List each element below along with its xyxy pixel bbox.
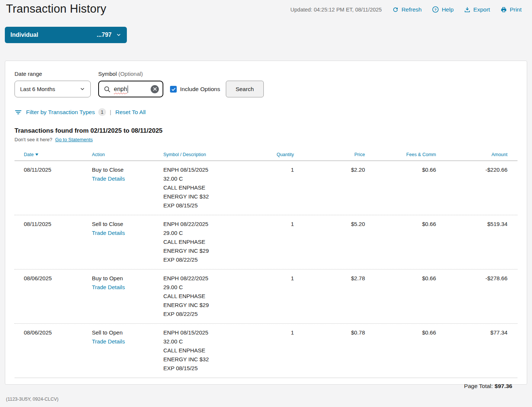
- include-options-label: Include Options: [180, 86, 220, 93]
- cell-amount: -$278.66: [436, 269, 513, 323]
- help-icon: ?: [432, 6, 439, 13]
- checkmark-icon: [171, 87, 176, 92]
- symbol-label: Symbol (Optional): [98, 71, 163, 77]
- cell-amount: -$220.66: [436, 161, 513, 215]
- filters-row: Date range Last 6 Months Symbol (Optiona…: [15, 71, 517, 97]
- results-summary: Transactions found from 02/11/2025 to 08…: [15, 127, 517, 135]
- action-text: Sell to Open: [92, 328, 163, 337]
- page-total-label: Page Total:: [464, 383, 493, 390]
- transactions-table: Date Action Symbol / Description Quantit…: [15, 152, 517, 390]
- cell-action: Sell to Open Trade Details: [92, 324, 163, 378]
- svg-text:?: ?: [435, 7, 437, 12]
- account-selector[interactable]: Individual ...797: [5, 27, 127, 43]
- cell-date: 08/11/2025: [15, 215, 92, 269]
- chevron-down-icon: [116, 32, 121, 38]
- cell-symbol-description: ENPH 08/22/202529.00 CCALL ENPHASEENERGY…: [163, 269, 238, 323]
- cell-date: 08/11/2025: [15, 161, 92, 215]
- symbol-input[interactable]: enph: [98, 81, 163, 97]
- trade-details-link[interactable]: Trade Details: [92, 284, 125, 290]
- symbol-optional-label: (Optional): [118, 71, 143, 77]
- action-text: Buy to Open: [92, 274, 163, 283]
- link-divider: |: [110, 109, 111, 116]
- table-body: 08/11/2025 Buy to Close Trade Details EN…: [15, 161, 517, 378]
- clear-circle-icon: [153, 87, 157, 91]
- go-to-statements-link[interactable]: Go to Statements: [55, 137, 93, 142]
- cell-fees: $0.66: [365, 215, 436, 269]
- account-number: ...797: [97, 32, 112, 38]
- page-total-value: $97.36: [495, 383, 512, 390]
- chevron-down-icon: [80, 86, 85, 92]
- checkbox-checked: [170, 86, 177, 93]
- filter-links-row: Filter by Transaction Types 1 | Reset To…: [15, 108, 517, 116]
- date-range-label: Date range: [15, 71, 91, 77]
- transactions-card: Date range Last 6 Months Symbol (Optiona…: [5, 61, 527, 385]
- cell-symbol-description: ENPH 08/15/202532.00 CCALL ENPHASEENERGY…: [163, 161, 238, 215]
- symbol-input-value: enph: [114, 86, 127, 93]
- cell-price: $2.20: [294, 161, 365, 215]
- column-header-symbol-description: Symbol / Description: [163, 152, 238, 161]
- sort-desc-icon: [35, 154, 38, 156]
- trade-details-link[interactable]: Trade Details: [92, 175, 125, 182]
- cell-fees: $0.66: [365, 161, 436, 215]
- cell-price: $2.78: [294, 269, 365, 323]
- cell-action: Sell to Close Trade Details: [92, 215, 163, 269]
- table-row: 08/06/2025 Sell to Open Trade Details EN…: [15, 324, 517, 378]
- header-actions: Updated: 04:25:12 PM ET, 08/11/2025 Refr…: [291, 6, 522, 13]
- cell-action: Buy to Open Trade Details: [92, 269, 163, 323]
- updated-timestamp: Updated: 04:25:12 PM ET, 08/11/2025: [291, 7, 382, 13]
- cell-amount: $519.34: [436, 215, 513, 269]
- filter-lines-icon: [15, 109, 22, 116]
- cell-price: $5.20: [294, 215, 365, 269]
- reset-to-all-link[interactable]: Reset To All: [115, 109, 146, 116]
- include-options-checkbox[interactable]: Include Options: [170, 86, 220, 93]
- help-button[interactable]: ? Help: [432, 6, 454, 13]
- column-header-price: Price: [294, 152, 365, 161]
- text-caret: [128, 85, 128, 93]
- table-row: 08/11/2025 Sell to Close Trade Details E…: [15, 215, 517, 269]
- cell-fees: $0.66: [365, 324, 436, 378]
- cell-symbol-description: ENPH 08/15/202532.00 CCALL ENPHASEENERGY…: [163, 324, 238, 378]
- export-icon: [464, 6, 471, 13]
- column-header-action: Action: [92, 152, 163, 161]
- date-range-select[interactable]: Last 6 Months: [15, 81, 91, 97]
- cell-quantity: 1: [238, 161, 294, 215]
- action-text: Sell to Close: [92, 220, 163, 229]
- cell-symbol-description: ENPH 08/22/202529.00 CCALL ENPHASEENERGY…: [163, 215, 238, 269]
- account-name: Individual: [10, 32, 38, 38]
- date-range-value: Last 6 Months: [20, 86, 80, 92]
- cell-action: Buy to Close Trade Details: [92, 161, 163, 215]
- column-header-quantity: Quantity: [238, 152, 294, 161]
- page-total-row: Page Total: $97.36: [15, 378, 517, 390]
- filter-count-badge: 1: [98, 108, 106, 116]
- page-title: Transaction History: [6, 2, 106, 16]
- cell-date: 08/06/2025: [15, 269, 92, 323]
- refresh-icon: [392, 6, 399, 13]
- table-header-row: Date Action Symbol / Description Quantit…: [15, 152, 517, 161]
- trade-details-link[interactable]: Trade Details: [92, 230, 125, 236]
- not-found-text: Don't see it here?: [15, 137, 52, 142]
- search-button[interactable]: Search: [226, 81, 264, 97]
- cell-date: 08/06/2025: [15, 324, 92, 378]
- search-icon: [103, 85, 111, 93]
- trade-details-link[interactable]: Trade Details: [92, 338, 125, 345]
- print-button[interactable]: Print: [500, 6, 522, 13]
- date-range-field: Date range Last 6 Months: [15, 71, 91, 97]
- print-icon: [500, 6, 507, 13]
- export-button[interactable]: Export: [464, 6, 490, 13]
- cell-fees: $0.66: [365, 269, 436, 323]
- refresh-button[interactable]: Refresh: [392, 6, 422, 13]
- cell-quantity: 1: [238, 215, 294, 269]
- clear-symbol-button[interactable]: [151, 85, 159, 93]
- filter-by-transaction-types-link[interactable]: Filter by Transaction Types: [26, 109, 95, 116]
- table-row: 08/06/2025 Buy to Open Trade Details ENP…: [15, 269, 517, 324]
- column-header-date[interactable]: Date: [15, 152, 92, 161]
- symbol-field: Symbol (Optional) enph: [98, 71, 163, 97]
- cell-price: $0.78: [294, 324, 365, 378]
- table-row: 08/11/2025 Buy to Close Trade Details EN…: [15, 161, 517, 215]
- cell-quantity: 1: [238, 269, 294, 323]
- cell-quantity: 1: [238, 324, 294, 378]
- column-header-fees-comm: Fees & Comm: [365, 152, 436, 161]
- column-header-amount: Amount: [436, 152, 513, 161]
- statements-line: Don't see it here? Go to Statements: [15, 137, 517, 142]
- cell-amount: $77.34: [436, 324, 513, 378]
